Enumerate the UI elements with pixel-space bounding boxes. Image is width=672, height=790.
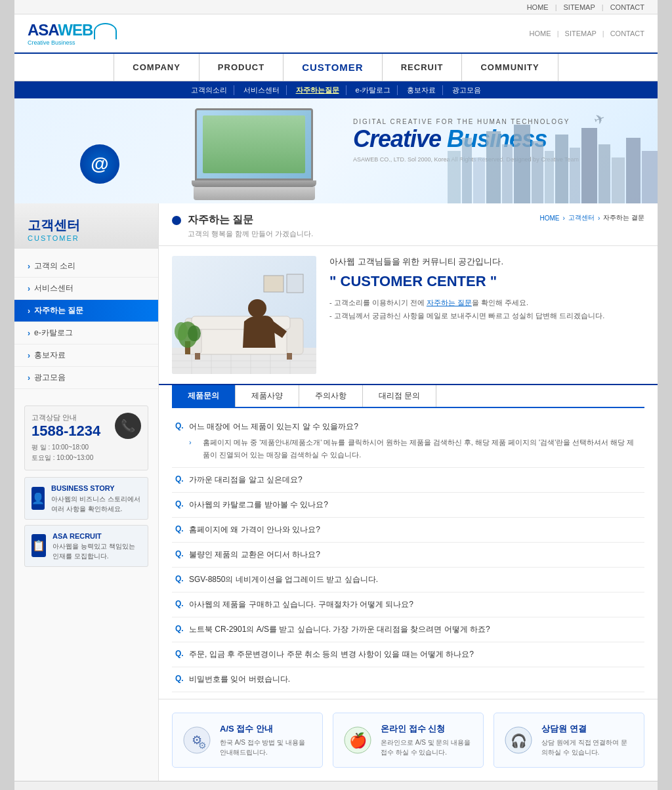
cc-title: " CUSTOMER CENTER ": [329, 273, 644, 290]
faq-item-6[interactable]: Q. SGV-8850의 네비게이션을 업그레이드 받고 싶습니다.: [172, 568, 644, 592]
sitemap-link[interactable]: SITEMAP: [563, 3, 595, 11]
breadcrumb-faq: 자주하는 결문: [603, 213, 644, 222]
sidebar-menu-faq[interactable]: 자주하는 질문: [14, 300, 158, 322]
faq-item-4[interactable]: Q. 홈페이지에 왜 가격이 안나와 있나요?: [172, 518, 644, 543]
page-title-area: 자주하는 질문: [172, 213, 313, 227]
service-box-online[interactable]: 🍎 온라인 접수 신청 온라인으로 A/S 및 문의 내용을 접수 하실 수 있…: [333, 713, 484, 768]
cc-main-text: 아사웹 고객님들을 위한 커뮤니티 공간입니다.: [329, 256, 644, 268]
faq-item-10[interactable]: Q. 비밀번호를 잊어 버렸습니다.: [172, 667, 644, 692]
contact-link[interactable]: CONTACT: [610, 3, 644, 11]
svg-text:🍎: 🍎: [349, 732, 368, 749]
page-header: 자주하는 질문 고객의 행복을 함께 만들어 가겠습니다. HOME › 고객센…: [159, 203, 658, 246]
faq-item-8[interactable]: Q. 노트북 CR-2901의 A/S를 받고 싶습니다. 가장 가까운 대리점…: [172, 617, 644, 642]
page-subtitle: 고객의 행복을 함께 만들어 가겠습니다.: [188, 229, 313, 239]
breadcrumb-home[interactable]: HOME: [540, 215, 560, 222]
hero-section: @ DIGITAL CREATIVE FOR THE HUMAN TECHNOL…: [14, 98, 658, 203]
page-title-icon: [172, 216, 181, 225]
nav-item-product[interactable]: PRODUCT: [200, 54, 284, 81]
svg-point-35: [188, 325, 201, 341]
svg-rect-11: [598, 144, 610, 203]
as-desc: 한국 A/S 접수 방법 및 내용을 안내해드립니다.: [220, 738, 312, 757]
counselor-title: 상담원 연결: [541, 723, 634, 735]
svg-rect-9: [570, 148, 580, 203]
customer-center-box: 아사웹 고객님들을 위한 커뮤니티 공간입니다. " CUSTOMER CENT…: [159, 246, 658, 385]
nav-item-company[interactable]: COMPANY: [114, 54, 199, 81]
footer: 회사소개 › 제품문의 › 개인정보보호정책 › 서비스 이용 › 사이트맵: [14, 781, 658, 790]
online-title: 온라인 접수 신청: [381, 723, 473, 735]
sidebar: 고객센터 CUSTOMER 고객의 소리 서비스센터 자주하는 질문 e-카탈로…: [14, 203, 159, 781]
recruit-icon: 📋: [32, 534, 46, 557]
subnav-faq[interactable]: 자주하는질문: [289, 85, 346, 95]
service-box-counselor[interactable]: 🎧 상담원 연결 상담 원에게 직접 연결하여 문의하실 수 있습니다.: [494, 713, 644, 768]
nav-item-recruit[interactable]: RECRUIT: [383, 54, 463, 81]
svg-rect-37: [287, 274, 303, 293]
counselor-desc: 상담 원에게 직접 연결하여 문의하실 수 있습니다.: [541, 738, 634, 757]
faq-item-2[interactable]: Q. 가까운 대리점을 알고 싶은데요?: [172, 468, 644, 493]
as-icon: ⚙ ⚙: [182, 724, 212, 757]
subnav-ecatalog[interactable]: e-카탈로그: [349, 85, 398, 95]
faq-item-1[interactable]: Q. 어느 매장에 어느 제품이 있는지 알 수 있을까요? › 홈페이지 메뉴…: [172, 415, 644, 468]
nav-item-community[interactable]: COMMUNITY: [462, 54, 558, 81]
cc-desc2: - 고객님께서 궁금하신 사항을 메일로 보내주시면 빠르고 성실히 답변해 드…: [329, 310, 644, 323]
laptop-illustration: [185, 108, 323, 203]
sidebar-menu-customer-voice[interactable]: 고객의 소리: [14, 255, 158, 278]
svg-rect-6: [532, 141, 543, 203]
tab-product-inquiry[interactable]: 제품문의: [172, 385, 236, 407]
subnav-service-center[interactable]: 서비스센터: [237, 85, 287, 95]
faq-tabs: 제품문의 제품사양 주의사항 대리점 문의: [172, 385, 644, 408]
counselor-icon: 🎧: [504, 724, 534, 757]
tab-dealer-inquiry[interactable]: 대리점 문의: [363, 385, 436, 407]
page-title: 자주하는 질문: [188, 213, 253, 227]
sidebar-menu-service-center[interactable]: 서비스센터: [14, 278, 158, 300]
tab-caution[interactable]: 주의사항: [299, 385, 363, 407]
faq-item-9[interactable]: Q. 주문, 입금 후 주문변경이나 주문 취소 등의 변경 사항이 있을 때는…: [172, 642, 644, 667]
business-story-title: BUSINESS STORY: [51, 483, 141, 494]
business-story-desc: 아사웹의 비즈니스 스토리에서 여러 사항을 확인하세요.: [51, 494, 141, 514]
sidebar-banner-recruit[interactable]: 📋 ASA RECRUIT 아사웹을 능력있고 책임있는 인재를 모집합니다.: [24, 525, 148, 568]
sidebar-menu-pr[interactable]: 홍보자료: [14, 344, 158, 367]
svg-rect-3: [486, 131, 501, 203]
breadcrumb-customer[interactable]: 고객센터: [568, 213, 595, 222]
svg-rect-1: [462, 138, 472, 203]
cc-desc: - 고객소리를 이용하시기 전에 자주하는 질문을 확인해 주세요. - 고객님…: [329, 297, 644, 323]
subnav-pr[interactable]: 홍보자료: [400, 85, 443, 95]
business-story-icon: 👤: [32, 487, 45, 510]
highlight-faq-link[interactable]: 자주하는 질문: [427, 299, 472, 306]
subnav-customer-voice[interactable]: 고객의소리: [184, 85, 234, 95]
svg-rect-14: [642, 151, 658, 203]
svg-rect-7: [545, 151, 554, 203]
sidebar-banner-business[interactable]: 👤 BUSINESS STORY 아사웹의 비즈니스 스토리에서 여러 사항을 …: [24, 477, 148, 520]
top-home[interactable]: HOME: [530, 30, 551, 37]
home-link[interactable]: HOME: [527, 3, 549, 11]
recruit-title: ASA RECRUIT: [52, 531, 141, 542]
top-sitemap[interactable]: SITEMAP: [565, 30, 597, 37]
nav-item-customer[interactable]: CUSTOMER: [284, 54, 383, 81]
sidebar-title: 고객센터 CUSTOMER: [14, 203, 158, 249]
svg-rect-0: [448, 151, 461, 203]
service-box-as[interactable]: ⚙ ⚙ A/S 접수 안내 한국 A/S 접수 방법 및 내용을 안내해드립니다…: [172, 713, 323, 768]
faq-item-5[interactable]: Q. 불량인 제품의 교환은 어디서 하나요?: [172, 543, 644, 568]
svg-rect-2: [473, 157, 485, 203]
tab-product-spec[interactable]: 제품사양: [236, 385, 299, 407]
faq-list: Q. 어느 매장에 어느 제품이 있는지 알 수 있을까요? › 홈페이지 메뉴…: [159, 408, 658, 699]
phone-icon: 📞: [115, 413, 141, 439]
svg-rect-8: [555, 135, 568, 203]
online-desc: 온라인으로 A/S 및 문의 내용을 접수 하실 수 있습니다.: [381, 738, 473, 757]
page-wrapper: HOME | SITEMAP | CONTACT ASAWEB Creative…: [14, 0, 658, 790]
faq-item-7[interactable]: Q. 아사웹의 제품을 구매하고 싶습니다. 구매절차가 어떻게 되나요?: [172, 592, 644, 617]
subnav-ads[interactable]: 광고모음: [446, 85, 488, 95]
sidebar-menu-ecatalog[interactable]: e-카탈로그: [14, 322, 158, 344]
logo[interactable]: ASAWEB Creative Business: [28, 21, 117, 46]
contact-hours: 평 일 : 10:00~18:00 토요일 : 10:00~13:00: [32, 442, 141, 463]
svg-rect-13: [626, 138, 640, 203]
recruit-desc: 아사웹을 능력있고 책임있는 인재를 모집합니다.: [52, 541, 141, 561]
content-area: 고객센터 CUSTOMER 고객의 소리 서비스센터 자주하는 질문 e-카탈로…: [14, 203, 658, 781]
main-nav: COMPANY PRODUCT CUSTOMER RECRUIT COMMUNI…: [14, 54, 658, 81]
sidebar-title-ko: 고객센터: [28, 217, 145, 234]
faq-item-3[interactable]: Q. 아사웹의 카탈로그를 받아볼 수 있나요?: [172, 493, 644, 518]
main-content: 자주하는 질문 고객의 행복을 함께 만들어 가겠습니다. HOME › 고객센…: [159, 203, 658, 781]
sidebar-menu-ads[interactable]: 광고모음: [14, 367, 158, 389]
sidebar-contact: 📞 고객상담 안내 1588-1234 평 일 : 10:00~18:00 토요…: [24, 405, 148, 470]
top-contact[interactable]: CONTACT: [610, 30, 644, 37]
svg-rect-4: [502, 144, 513, 203]
